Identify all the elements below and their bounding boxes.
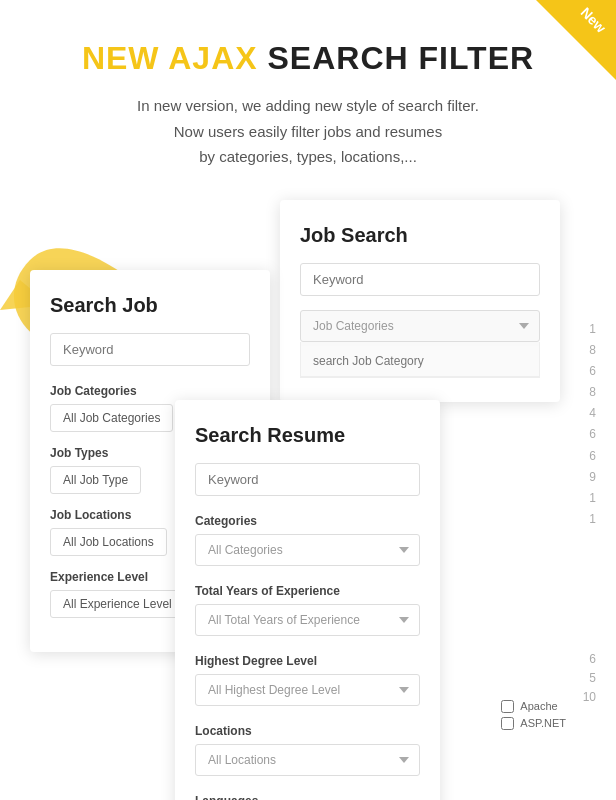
header-section: NEW AJAX SEARCH FILTER In new version, w…: [0, 0, 616, 190]
skills-list: Apache ASP.NET: [501, 700, 566, 734]
search-resume-keyword-input[interactable]: [195, 463, 420, 496]
number-8: 9: [589, 468, 596, 487]
all-experience-select[interactable]: All Total Years of Experience: [195, 604, 420, 636]
aspnet-checkbox-item: ASP.NET: [501, 717, 566, 730]
apache-checkbox[interactable]: [501, 700, 514, 713]
number-7: 6: [589, 447, 596, 466]
search-job-keyword-input[interactable]: [50, 333, 250, 366]
title-highlight: NEW AJAX: [82, 40, 258, 76]
page-title: NEW AJAX SEARCH FILTER: [60, 40, 556, 77]
number-6: 6: [589, 425, 596, 444]
title-rest: SEARCH FILTER: [258, 40, 535, 76]
job-categories-dropdown[interactable]: Job Categories: [300, 310, 540, 342]
cards-area: 1 8 6 8 4 6 6 9 1 1 Job Search Job Categ…: [0, 200, 616, 760]
all-job-categories-btn[interactable]: All Job Categories: [50, 404, 173, 432]
job-search-title: Job Search: [300, 224, 540, 247]
numbers-column: 1 8 6 8 4 6 6 9 1 1: [589, 320, 596, 530]
number-1: 1: [589, 320, 596, 339]
locations-label: Locations: [195, 724, 420, 738]
search-resume-card: Search Resume Categories All Categories …: [175, 400, 440, 801]
number-2: 8: [589, 341, 596, 360]
job-categories-label: Job Categories: [50, 384, 250, 398]
number-9: 1: [589, 489, 596, 508]
aspnet-checkbox[interactable]: [501, 717, 514, 730]
experience-years-label: Total Years of Experience: [195, 584, 420, 598]
aspnet-label: ASP.NET: [520, 717, 566, 729]
all-categories-select[interactable]: All Categories: [195, 534, 420, 566]
degree-label: Highest Degree Level: [195, 654, 420, 668]
number-10: 1: [589, 510, 596, 529]
header-description: In new version, we adding new style of s…: [60, 93, 556, 170]
apache-checkbox-item: Apache: [501, 700, 566, 713]
job-search-keyword-input[interactable]: [300, 263, 540, 296]
categories-label: Categories: [195, 514, 420, 528]
number-5: 4: [589, 404, 596, 423]
lower-number-1: 6: [583, 650, 596, 669]
languages-label: Languages: [195, 794, 420, 801]
all-experience-btn[interactable]: All Experience Level: [50, 590, 185, 618]
all-job-type-btn[interactable]: All Job Type: [50, 466, 141, 494]
search-resume-title: Search Resume: [195, 424, 420, 447]
number-4: 8: [589, 383, 596, 402]
lower-number-2: 5: [583, 669, 596, 688]
apache-label: Apache: [520, 700, 557, 712]
all-locations-select[interactable]: All Locations: [195, 744, 420, 776]
job-search-card: Job Search Job Categories: [280, 200, 560, 402]
all-degree-select[interactable]: All Highest Degree Level: [195, 674, 420, 706]
new-badge-text: New: [578, 4, 610, 36]
lower-number-3: 10: [583, 688, 596, 707]
search-job-title: Search Job: [50, 294, 250, 317]
lower-numbers: 6 5 10: [583, 650, 596, 708]
number-3: 6: [589, 362, 596, 381]
all-job-locations-btn[interactable]: All Job Locations: [50, 528, 167, 556]
search-category-input[interactable]: [301, 346, 539, 377]
